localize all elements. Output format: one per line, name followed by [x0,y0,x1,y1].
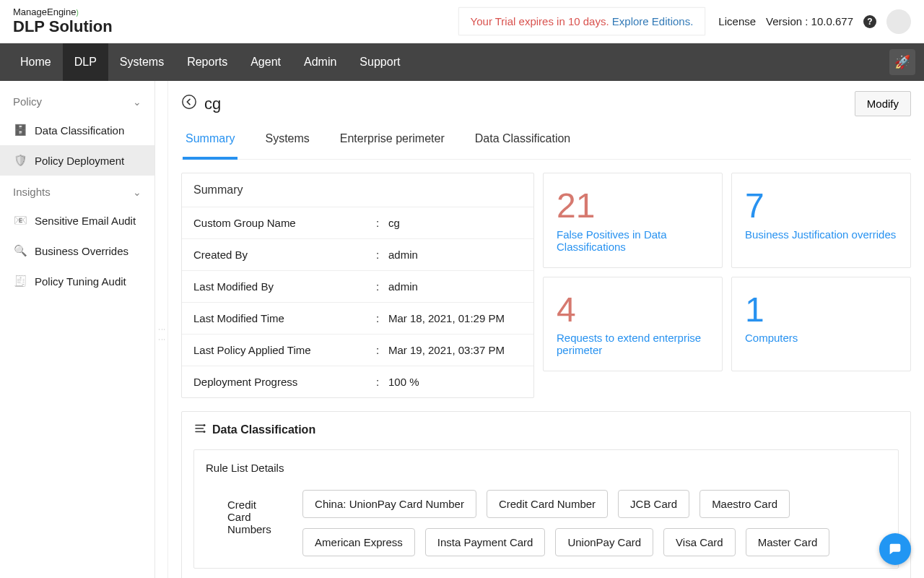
stat-label[interactable]: Requests to extend enterprise perimeter [557,332,709,356]
rule-chip[interactable]: Visa Card [663,528,736,556]
sidebar-icon: 🧾 [13,275,27,288]
chat-icon [887,541,903,557]
main-content: cg Modify SummarySystemsEnterprise perim… [168,81,924,578]
sidebar-item-label: Policy Deployment [35,155,124,167]
stat-value: 1 [745,289,897,331]
trial-message: Your Trial expires in 10 days. [471,15,609,27]
summary-value: admin [388,249,522,261]
page-title-wrap: cg [181,94,221,114]
summary-key: Last Modified By [193,280,367,293]
nav-item-reports[interactable]: Reports [175,43,239,81]
settings-icon [193,422,206,438]
summary-row: Last Modified Time:Mar 18, 2021, 01:29 P… [182,303,533,335]
main-nav: HomeDLPSystemsReportsAgentAdminSupport 🚀 [0,43,924,81]
sidebar-item-label: Data Classification [35,124,124,137]
summary-key: Last Modified Time [193,312,367,324]
rule-chip[interactable]: Credit Card Number [487,490,608,518]
rule-chip[interactable]: Maestro Card [699,490,790,518]
stat-label[interactable]: Business Justification overrides [745,228,897,241]
avatar[interactable] [886,9,911,34]
summary-value: Mar 18, 2021, 01:29 PM [388,312,522,324]
sidebar-icon: 🗄️ [13,124,27,137]
chevron-down-icon: ⌄ [133,186,141,198]
tabs: SummarySystemsEnterprise perimeterData C… [181,124,911,160]
sidebar-item-label: Sensitive Email Audit [35,215,136,227]
nav-item-dlp[interactable]: DLP [63,43,108,81]
sidebar-item-business-overrides[interactable]: 🔍Business Overrides [0,236,154,266]
sidebar-icon: 🔍 [13,244,27,257]
summary-row: Created By:admin [182,239,533,271]
trial-badge: Your Trial expires in 10 days. Explore E… [458,7,706,35]
summary-row: Custom Group Name:cg [182,207,533,239]
summary-row: Deployment Progress:100 % [182,366,533,397]
top-bar-right: Your Trial expires in 10 days. Explore E… [458,7,911,35]
svg-point-2 [204,431,206,433]
stat-value: 21 [557,185,709,227]
rule-chip[interactable]: UnionPay Card [555,528,653,556]
version-text: Version : 10.0.677 [766,15,853,27]
nav-item-systems[interactable]: Systems [108,43,175,81]
license-block: License Version : 10.0.677 ? [718,9,911,34]
nav-item-support[interactable]: Support [348,43,411,81]
help-icon[interactable]: ? [863,15,876,28]
summary-header: Summary [182,173,533,207]
nav-item-admin[interactable]: Admin [292,43,348,81]
sidebar-collapse-handle[interactable]: ⋮⋮ [155,81,168,578]
rules-category: Credit Card Numbers [206,490,281,535]
quick-launch-button[interactable]: 🚀 [889,49,915,75]
stat-card: 7Business Justification overrides [731,173,911,268]
back-arrow-icon [181,94,197,110]
tab-enterprise-perimeter[interactable]: Enterprise perimeter [337,124,448,159]
chips: China: UnionPay Card NumberCredit Card N… [302,490,886,556]
rule-chip[interactable]: Master Card [746,528,830,556]
top-bar: ManageEngine) DLP Solution Your Trial ex… [0,0,924,43]
sidebar-group-policy[interactable]: Policy⌄ [0,85,154,115]
brand-logo: ManageEngine) DLP Solution [13,7,113,35]
swoosh-icon: ) [76,9,78,17]
page-title: cg [204,95,221,113]
license-link[interactable]: License [718,15,756,27]
brand-top: ManageEngine) [13,7,113,17]
dc-header: Data Classification [193,422,899,438]
rule-chip[interactable]: American Express [302,528,415,556]
stat-label[interactable]: Computers [745,332,897,344]
stat-card: 4Requests to extend enterprise perimeter [543,277,723,372]
stat-value: 4 [557,289,709,331]
stats-grid: 21False Positives in Data Classification… [543,173,911,371]
nav-item-agent[interactable]: Agent [239,43,292,81]
rule-chip[interactable]: JCB Card [618,490,689,518]
rule-chip[interactable]: China: UnionPay Card Number [302,490,476,518]
svg-point-1 [204,424,206,426]
brand-main: DLP Solution [13,18,113,35]
stat-card: 21False Positives in Data Classification… [543,173,723,268]
sidebar-group-insights[interactable]: Insights⌄ [0,176,154,205]
sidebar-item-policy-deployment[interactable]: 🛡️Policy Deployment [0,145,154,176]
chat-fab[interactable] [879,533,911,565]
summary-key: Deployment Progress [193,376,367,388]
summary-row: Last Modified By:admin [182,271,533,303]
tab-summary[interactable]: Summary [183,124,237,160]
summary-value: 100 % [388,376,522,388]
sidebar-icon: 🛡️ [13,154,27,167]
tab-systems[interactable]: Systems [262,124,312,159]
sidebar-item-data-classification[interactable]: 🗄️Data Classification [0,115,154,145]
sidebar-icon: 📧 [13,214,27,227]
summary-value: Mar 19, 2021, 03:37 PM [388,344,522,356]
tab-data-classification[interactable]: Data Classification [472,124,574,159]
sidebar-item-policy-tuning-audit[interactable]: 🧾Policy Tuning Audit [0,266,154,296]
sidebar-item-label: Policy Tuning Audit [35,275,126,288]
rules-header: Rule List Details [206,462,886,474]
svg-point-0 [183,95,196,108]
rule-chip[interactable]: Insta Payment Card [425,528,546,556]
sidebar: Policy⌄🗄️Data Classification🛡️Policy Dep… [0,81,155,578]
stat-value: 7 [745,185,897,227]
summary-value: admin [388,280,522,293]
modify-button[interactable]: Modify [855,91,911,116]
nav-item-home[interactable]: Home [9,43,63,81]
back-button[interactable] [181,94,197,114]
summary-row: Last Policy Applied Time:Mar 19, 2021, 0… [182,335,533,366]
stat-label[interactable]: False Positives in Data Classifications [557,228,709,253]
data-classification-panel: Data Classification Rule List Details Cr… [181,411,911,578]
sidebar-item-sensitive-email-audit[interactable]: 📧Sensitive Email Audit [0,205,154,236]
trial-link[interactable]: Explore Editions. [612,15,694,27]
